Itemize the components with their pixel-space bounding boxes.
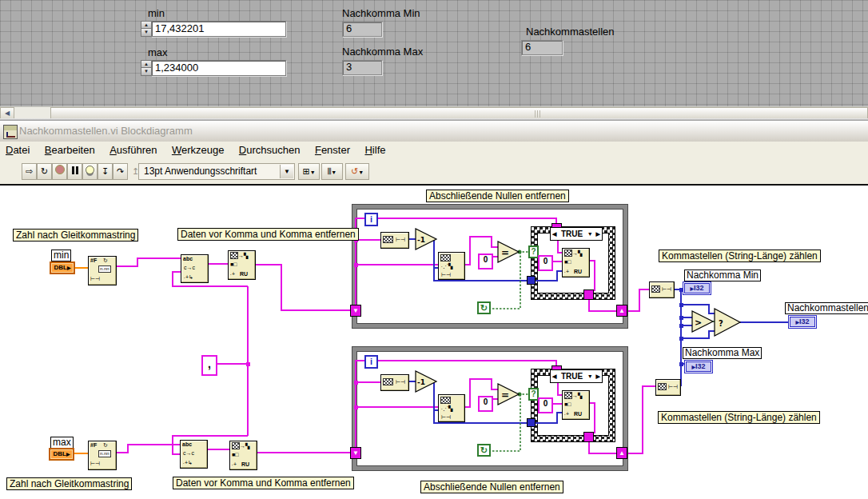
shift-register-right-top[interactable]: ▲ bbox=[616, 305, 627, 317]
number-to-string-node-bottom[interactable]: #F ↻ n.nn ⊢⊣ bbox=[88, 441, 117, 470]
comma-string-constant[interactable]: , bbox=[201, 355, 217, 376]
replace-substring-node-bottom[interactable]: →▚ ■□ ∙+ RU bbox=[229, 441, 257, 470]
case-prev-arrow[interactable]: ◀ bbox=[551, 371, 558, 381]
min-terminal-label[interactable]: min bbox=[51, 250, 71, 261]
label-daten-bottom[interactable]: Daten vor Komma und Komma entfernen bbox=[173, 477, 354, 489]
case-drop-arrow[interactable]: ▼ bbox=[586, 229, 595, 239]
nachkomma-min-i32-terminal[interactable]: ▶I32 bbox=[683, 281, 711, 295]
replace-substring-node-case-bottom[interactable]: →▚ ■□ ∙+ RU bbox=[562, 390, 590, 420]
label-nullen-bottom[interactable]: Abschließende Nullen entfernen bbox=[420, 481, 563, 493]
nachkommastellen-i32-terminal[interactable]: ▶I32 bbox=[788, 315, 817, 329]
case-next-arrow[interactable]: ▶ bbox=[595, 229, 602, 239]
case-drop-arrow[interactable]: ▼ bbox=[586, 371, 595, 381]
max-terminal-label[interactable]: max bbox=[50, 437, 74, 449]
string-subset-node-bottom[interactable]: ∙⋰▚ ⊢⊣ bbox=[438, 394, 465, 422]
zero-constant-top[interactable]: 0 bbox=[478, 253, 493, 269]
string-length-node-right-top[interactable]: ⊢⊣ bbox=[649, 281, 675, 298]
block-diagram: -1 = -1 = > ? Zahl nach Gleitkommastring… bbox=[0, 0, 868, 499]
number-to-string-node-top[interactable]: #F ↻ n.nn ⊢⊣ bbox=[88, 256, 117, 285]
match-pattern-node-top[interactable]: abc c→c ∙+↳ bbox=[181, 254, 209, 283]
zero-constant-case-bottom[interactable]: 0 bbox=[538, 397, 553, 413]
string-subset-node-top[interactable]: ∙⋰▚ ⊢⊣ bbox=[438, 252, 465, 280]
shift-register-left-top[interactable]: ▼ bbox=[350, 305, 361, 317]
nachkomma-min-terminal-label[interactable]: Nachkomma Min bbox=[684, 269, 761, 281]
shift-register-right-bottom[interactable]: ▲ bbox=[616, 447, 627, 459]
zero-constant-bottom[interactable]: 0 bbox=[478, 396, 493, 412]
string-length-node-loop-top[interactable]: ⊢⊣ bbox=[380, 232, 409, 249]
case-prev-arrow[interactable]: ◀ bbox=[551, 229, 558, 239]
replace-substring-node-top[interactable]: →▚ ■□ ∙+ RU bbox=[228, 250, 256, 280]
wires-dbl[interactable] bbox=[74, 268, 90, 453]
label-komma-top[interactable]: Kommastellen (String-Länge) zählen bbox=[659, 250, 821, 262]
match-pattern-node-bottom[interactable]: abc c→c ∙+↳ bbox=[180, 440, 208, 469]
replace-substring-node-case-top[interactable]: →▚ ■□ ∙+ RU bbox=[562, 248, 590, 277]
zero-constant-case-top[interactable]: 0 bbox=[538, 255, 553, 271]
case-tunnel-out-bottom[interactable] bbox=[583, 432, 594, 442]
loop-condition-terminal-bottom[interactable]: ↻ bbox=[477, 444, 491, 457]
max-dbl-terminal[interactable]: DBL▶ bbox=[49, 448, 74, 461]
label-zahl-bottom[interactable]: Zahl nach Gleitkommastring bbox=[6, 477, 132, 490]
svg-text:=: = bbox=[501, 389, 509, 401]
svg-text:>: > bbox=[695, 317, 702, 328]
label-komma-bottom[interactable]: Kommastellen (String-Länge) zählen bbox=[658, 411, 820, 424]
shift-register-left-bottom[interactable]: ▼ bbox=[350, 447, 361, 459]
svg-text:-1: -1 bbox=[417, 378, 425, 386]
label-zahl-top[interactable]: Zahl nach Gleitkommastring bbox=[13, 229, 138, 242]
nachkomma-max-terminal-label[interactable]: Nachkomma Max bbox=[683, 347, 762, 359]
svg-text:-1: -1 bbox=[417, 236, 425, 244]
label-daten-top[interactable]: Daten vor Komma und Komma entfernen bbox=[177, 228, 359, 241]
case-selector-top[interactable]: ◀ TRUE ▼ ▶ bbox=[550, 227, 603, 241]
min-dbl-terminal[interactable]: DBL▶ bbox=[50, 261, 75, 274]
case-tunnel-int-bottom[interactable] bbox=[527, 418, 536, 427]
string-length-node-right-bottom[interactable]: ⊢⊣ bbox=[655, 379, 681, 396]
svg-text:?: ? bbox=[719, 319, 723, 328]
case-tunnel-out-top[interactable] bbox=[583, 289, 594, 300]
loop-iterator-bottom[interactable]: i bbox=[364, 355, 378, 369]
case-selector-bottom[interactable]: ◀ TRUE ▼ ▶ bbox=[550, 369, 603, 383]
nachkommastellen-terminal-label[interactable]: Nachkommastellen bbox=[785, 302, 868, 314]
nachkomma-max-i32-terminal[interactable]: ▶I32 bbox=[684, 360, 713, 373]
case-tunnel-int-top[interactable] bbox=[527, 276, 536, 285]
loop-condition-terminal-top[interactable]: ↻ bbox=[477, 301, 491, 314]
string-length-node-loop-bottom[interactable]: ⊢⊣ bbox=[380, 374, 409, 391]
loop-iterator-top[interactable]: i bbox=[364, 213, 378, 226]
case-next-arrow[interactable]: ▶ bbox=[595, 371, 602, 381]
svg-text:=: = bbox=[501, 247, 509, 258]
label-nullen-top[interactable]: Abschließende Nullen entfernen bbox=[426, 190, 569, 202]
